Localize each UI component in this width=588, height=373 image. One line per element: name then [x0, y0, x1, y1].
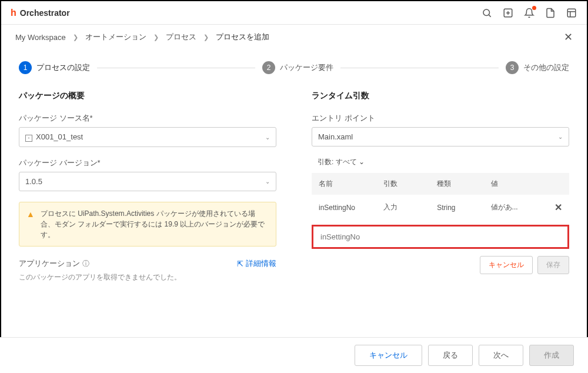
inline-save-button[interactable]: 保存	[537, 256, 569, 274]
back-button[interactable]: 戻る	[428, 345, 473, 366]
package-icon: ▫	[25, 135, 32, 142]
runtime-args-title: ランタイム引数	[312, 91, 569, 101]
info-icon[interactable]: ⓘ	[82, 259, 89, 269]
package-source-select[interactable]: ▫X001_01_test ⌄	[19, 127, 276, 147]
arg-edit-highlight	[312, 225, 569, 249]
step-number: 3	[506, 61, 519, 74]
step-number: 2	[262, 61, 275, 74]
package-version-label: パッケージ バージョン*	[19, 158, 276, 168]
step-label: プロセスの設定	[36, 62, 90, 73]
svg-line-1	[489, 15, 490, 16]
create-button[interactable]: 作成	[529, 345, 574, 366]
chevron-right-icon: ❯	[73, 34, 78, 41]
step-label: その他の設定	[523, 62, 569, 73]
package-version-select[interactable]: 1.0.5 ⌄	[19, 172, 276, 191]
package-version-value: 1.0.5	[25, 177, 42, 186]
header-type: 種類	[437, 179, 490, 189]
header-name: 名前	[319, 179, 383, 189]
logo-icon: h	[11, 8, 16, 18]
arg-edit-input[interactable]	[315, 228, 566, 246]
package-source-label: パッケージ ソース名*	[19, 113, 276, 124]
step-label: パッケージ要件	[280, 62, 333, 73]
application-title: アプリケーション	[19, 258, 80, 269]
bell-icon[interactable]	[523, 7, 535, 19]
search-icon[interactable]	[481, 7, 493, 19]
arg-type: String	[437, 204, 490, 212]
breadcrumb-current: プロセスを追加	[216, 32, 269, 42]
package-source-value: X001_01_test	[36, 132, 83, 141]
header-val: 値	[491, 179, 544, 189]
chevron-right-icon: ❯	[153, 34, 159, 41]
step-process-settings[interactable]: 1 プロセスの設定	[19, 61, 90, 74]
arg-value: 値があ...	[491, 202, 544, 212]
svg-point-0	[483, 9, 490, 16]
document-icon[interactable]	[544, 7, 556, 19]
breadcrumb-item[interactable]: オートメーション	[85, 32, 146, 42]
warning-text: プロセスに UiPath.System.Activities パッケージが使用さ…	[41, 208, 269, 240]
detail-link-text: 詳細情報	[246, 258, 276, 269]
step-other-settings[interactable]: 3 その他の設定	[506, 61, 569, 74]
cancel-button[interactable]: キャンセル	[355, 345, 422, 366]
close-icon[interactable]: ✕	[564, 31, 573, 44]
step-number: 1	[19, 61, 32, 74]
args-table-header: 名前 引数 種類 値	[312, 173, 569, 195]
inline-cancel-button[interactable]: キャンセル	[480, 256, 533, 274]
step-divider	[340, 68, 499, 68]
entry-point-value: Main.xaml	[318, 132, 353, 141]
notification-dot	[532, 6, 536, 10]
entry-point-select[interactable]: Main.xaml ⌄	[312, 127, 569, 146]
svg-rect-5	[567, 9, 576, 17]
breadcrumb: My Workspace ❯ オートメーション ❯ プロセス ❯ プロセスを追加	[15, 32, 269, 42]
args-table-row[interactable]: inSettingNo 入力 String 値があ... ✕	[312, 195, 569, 220]
warning-icon: ▲	[26, 208, 35, 240]
app-title: Orchestrator	[20, 8, 70, 18]
chevron-right-icon: ❯	[203, 34, 209, 41]
warning-banner: ▲ プロセスに UiPath.System.Activities パッケージが使…	[19, 202, 276, 247]
header-arg: 引数	[383, 179, 437, 189]
chevron-down-icon: ⌄	[265, 134, 270, 141]
application-message: このパッケージのアプリを取得できませんでした。	[19, 272, 276, 282]
grid-icon[interactable]	[566, 7, 577, 19]
breadcrumb-item[interactable]: My Workspace	[15, 33, 66, 42]
chevron-down-icon: ⌄	[359, 158, 365, 166]
chevron-down-icon: ⌄	[558, 134, 563, 140]
link-icon: ⇱	[237, 259, 243, 268]
step-package-requirements[interactable]: 2 パッケージ要件	[262, 61, 333, 74]
delete-icon[interactable]: ✕	[554, 202, 562, 212]
arg-direction: 入力	[383, 202, 437, 212]
next-button[interactable]: 次へ	[479, 345, 523, 366]
app-logo[interactable]: h Orchestrator	[11, 8, 70, 18]
breadcrumb-item[interactable]: プロセス	[166, 32, 196, 42]
arg-name: inSettingNo	[319, 204, 383, 212]
entry-point-label: エントリ ポイント	[312, 113, 569, 124]
add-icon[interactable]	[502, 7, 514, 19]
step-divider	[97, 68, 255, 68]
chevron-down-icon: ⌄	[265, 178, 270, 185]
args-filter[interactable]: 引数: すべて ⌄	[312, 157, 569, 167]
detail-link[interactable]: ⇱ 詳細情報	[237, 258, 276, 269]
package-overview-title: パッケージの概要	[19, 91, 276, 101]
